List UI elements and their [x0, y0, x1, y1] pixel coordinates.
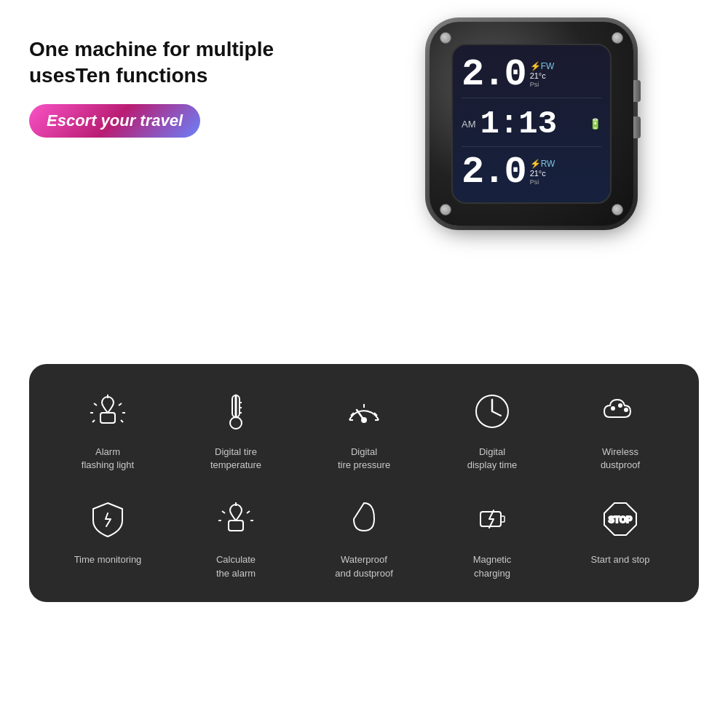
rw-label: ⚡RW [530, 159, 555, 169]
svg-rect-34 [501, 516, 505, 522]
svg-line-29 [222, 511, 225, 513]
feature-pressure: Digitaltire pressure [306, 386, 422, 472]
svg-point-25 [619, 404, 622, 407]
feature-stop: STOP Start and stop [562, 494, 678, 566]
clock-label: Digitaldisplay time [467, 446, 518, 472]
shield-icon [82, 494, 133, 545]
shield-label: Time monitoring [74, 553, 142, 566]
bottom-pressure-value: 2.0 [462, 154, 526, 191]
heading-line2: usesTen functions [29, 64, 207, 87]
thermometer-icon [210, 386, 261, 437]
device-image: 2.0 ⚡FW 21°c Psi AM 1:13 🔋 [364, 22, 699, 226]
screen-row-bottom: 2.0 ⚡RW 21°c Psi [462, 150, 601, 195]
charge-icon [467, 494, 518, 545]
svg-line-6 [92, 420, 95, 422]
svg-line-23 [492, 411, 501, 416]
svg-point-26 [625, 408, 628, 411]
screen-row-middle: AM 1:13 🔋 [462, 101, 601, 147]
cloud-icon [595, 386, 646, 437]
svg-point-20 [362, 418, 366, 422]
gauge-svg [342, 389, 386, 433]
thermometer-label: Digital tiretemperature [210, 446, 261, 472]
cloud-svg [598, 389, 642, 433]
screw-br [612, 204, 623, 215]
alarm-light-icon [82, 386, 133, 437]
top-screen-info: ⚡FW 21°c Psi [530, 61, 555, 89]
clock-svg [470, 389, 514, 433]
alarm2-svg [214, 497, 258, 541]
gauge-icon [339, 386, 389, 437]
waterproof-label: Waterproofand dustproof [335, 553, 393, 579]
wireless-label: Wirelessdustproof [601, 446, 640, 472]
device: 2.0 ⚡FW 21°c Psi AM 1:13 🔋 [430, 22, 633, 226]
feature-thermometer: Digital tiretemperature [178, 386, 294, 472]
svg-rect-27 [229, 521, 243, 531]
feature-wireless: Wirelessdustproof [562, 386, 678, 472]
alarm-light-svg [86, 389, 130, 433]
screw-bl [440, 204, 451, 215]
feature-alarm2: Calculatethe alarm [178, 494, 294, 579]
top-unit: Psi [530, 81, 539, 89]
svg-point-24 [612, 407, 614, 410]
feature-shield: Time monitoring [50, 494, 166, 566]
water-svg [342, 497, 386, 541]
svg-line-7 [121, 420, 123, 422]
features-row-2: Time monitoring Calculatethe alarm [44, 494, 684, 579]
bottom-temp: 21°c [530, 169, 546, 178]
alarm-light-label: Alarmflashing light [82, 446, 134, 472]
device-screen: 2.0 ⚡FW 21°c Psi AM 1:13 🔋 [451, 44, 612, 204]
screw-tr [612, 32, 623, 44]
charging-label: Magneticcharging [473, 553, 512, 579]
stop-icon: STOP [595, 494, 646, 545]
escort-badge: Escort your travel [29, 104, 200, 138]
bottom-screen-info: ⚡RW 21°c Psi [530, 159, 555, 186]
feature-alarm-light: Alarmflashing light [50, 386, 166, 472]
svg-rect-0 [100, 413, 115, 423]
water-icon [339, 494, 389, 545]
top-temp: 21°c [530, 71, 546, 81]
feature-clock: Digitaldisplay time [434, 386, 550, 472]
stop-label: Start and stop [591, 553, 650, 566]
screen-row-top: 2.0 ⚡FW 21°c Psi [462, 52, 601, 98]
svg-line-30 [247, 511, 250, 513]
top-pressure-value: 2.0 [462, 56, 526, 94]
bottom-container: Alarmflashing light Digital tiretemperat… [0, 364, 728, 617]
middle-row-content: AM 1:13 🔋 [462, 106, 601, 142]
features-row-1: Alarmflashing light Digital tiretemperat… [44, 386, 684, 472]
screw-tl [440, 32, 451, 44]
svg-text:STOP: STOP [609, 515, 632, 525]
thermometer-svg [214, 389, 258, 433]
features-panel: Alarmflashing light Digital tiretemperat… [29, 364, 699, 602]
left-text-area: One machine for multiple usesTen functio… [29, 22, 364, 138]
bluetooth-fw: ⚡FW [530, 61, 555, 71]
svg-point-10 [230, 417, 242, 429]
pressure-label: Digitaltire pressure [338, 446, 390, 472]
shield-svg [86, 497, 130, 541]
feature-charging: Magneticcharging [434, 494, 550, 579]
svg-line-3 [119, 403, 122, 405]
feature-waterproof: Waterproofand dustproof [306, 494, 422, 579]
svg-line-2 [94, 403, 97, 405]
heading-line1: One machine for multiple [29, 38, 274, 60]
time-display: 1:13 [480, 106, 558, 142]
top-section: One machine for multiple usesTen functio… [0, 0, 728, 364]
main-heading: One machine for multiple usesTen functio… [29, 36, 364, 90]
stop-svg: STOP [598, 497, 642, 541]
clock-icon [467, 386, 518, 437]
charge-svg [470, 497, 514, 541]
battery-icon: 🔋 [589, 118, 601, 130]
alarm2-label: Calculatethe alarm [216, 553, 256, 579]
side-button-top[interactable] [633, 80, 641, 102]
alarm2-icon [210, 494, 261, 545]
am-label: AM [462, 119, 476, 130]
bottom-unit: Psi [530, 178, 539, 186]
side-button-bottom[interactable] [633, 116, 641, 138]
